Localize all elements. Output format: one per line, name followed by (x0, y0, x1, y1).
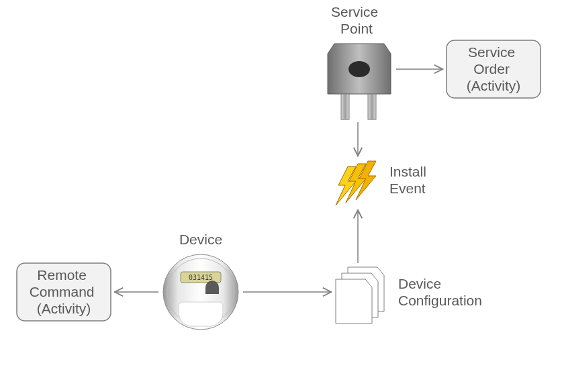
meter-reading: 031415 (189, 274, 213, 281)
device-meter-icon: 031415 (163, 254, 238, 330)
device-config-icon (336, 267, 384, 324)
service-point-icon (328, 44, 391, 119)
svg-rect-1 (341, 94, 349, 119)
svg-rect-2 (368, 94, 376, 119)
device-config-label: Device Configuration (398, 276, 482, 308)
remote-command-node: Remote Command (Activity) (17, 263, 111, 321)
svg-point-0 (348, 61, 370, 77)
install-event-icon (336, 161, 376, 205)
svg-text:Service
      Order
      (Act: Service Order (Activity) (467, 44, 521, 93)
diagram: Service Point Service Order (Activity) I… (0, 0, 562, 392)
service-point-label: Service Point (331, 4, 382, 36)
device-label: Device (179, 232, 222, 247)
svg-text:Remote
      Command
      (Ac: Remote Command (Activity) (30, 267, 99, 316)
install-event-label: Install Event (389, 164, 430, 196)
service-order-node: Service Order (Activity) (447, 40, 541, 98)
